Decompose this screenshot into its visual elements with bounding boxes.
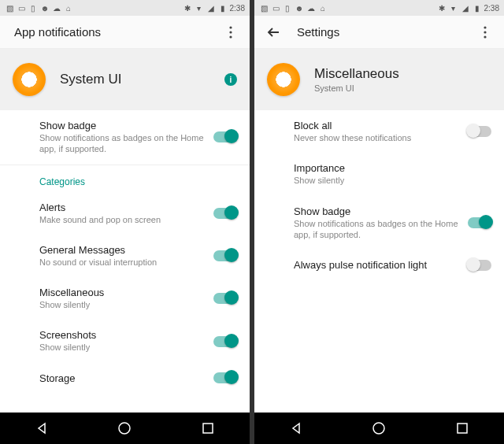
info-icon[interactable]: i (224, 73, 237, 86)
row-title: Miscellaneous (39, 287, 204, 298)
svg-point-6 (484, 31, 486, 33)
row-sub: Never show these notifications (294, 132, 458, 143)
bluetooth-icon: ✱ (183, 3, 192, 13)
picture-icon: ▧ (259, 3, 269, 13)
recents-nav-button[interactable] (199, 420, 217, 437)
row-storage[interactable]: Storage (0, 363, 250, 394)
svg-rect-9 (458, 424, 467, 433)
back-button[interactable] (265, 24, 281, 40)
section-categories: Categories (0, 165, 250, 192)
android-icon: ☻ (295, 3, 304, 13)
signal-icon: ◢ (461, 3, 470, 13)
android-icon: ☻ (40, 3, 50, 13)
svg-point-3 (119, 423, 130, 434)
rect-icon: ▭ (17, 3, 26, 13)
row-title: Block all (294, 120, 458, 131)
header-title: Miscellaneous (314, 66, 491, 82)
status-bar: ▧ ▭ ▯ ☻ ☁ ⌂ ✱ ▾ ◢ ▮ 2:38 (254, 0, 504, 16)
briefcase-icon: ⌂ (318, 3, 328, 13)
header-title: System UI (60, 72, 210, 87)
channel-header: Miscellaneous System UI (254, 49, 504, 110)
row-title: Show badge (39, 120, 204, 131)
more-button[interactable] (223, 24, 239, 40)
content-area: Show badge Show notifications as badges … (0, 110, 250, 413)
svg-point-2 (229, 35, 232, 38)
status-right-icons: ✱ ▾ ◢ ▮ 2:38 (183, 3, 245, 13)
tablet-icon: ▯ (28, 3, 38, 13)
more-button[interactable] (477, 24, 493, 40)
row-title: Show badge (294, 205, 458, 217)
row-show-badge[interactable]: Show badge Show notifications as badges … (254, 196, 504, 250)
row-general-messages[interactable]: General Messages No sound or visual inte… (0, 235, 250, 277)
wifi-icon: ▾ (195, 3, 204, 13)
app-bar: Settings (254, 16, 504, 49)
home-nav-button[interactable] (370, 420, 387, 437)
phone-left: ▧ ▭ ▯ ☻ ☁ ⌂ ✱ ▾ ◢ ▮ 2:38 App notificatio… (0, 0, 250, 444)
row-sub: Show silently (39, 342, 204, 353)
status-right-icons: ✱ ▾ ◢ ▮ 2:38 (437, 3, 499, 13)
toggle-storage[interactable] (213, 372, 237, 383)
toggle-show-badge[interactable] (468, 217, 491, 228)
row-title: General Messages (39, 244, 204, 256)
toggle-screenshots[interactable] (213, 336, 237, 347)
recents-nav-button[interactable] (454, 420, 471, 437)
android-o-icon (267, 63, 300, 96)
toggle-misc[interactable] (213, 293, 237, 304)
row-sub: Show silently (39, 299, 204, 310)
row-sub: Make sound and pop on screen (39, 214, 204, 225)
row-title: Alerts (39, 202, 204, 213)
svg-point-5 (484, 26, 486, 28)
row-sub: Show silently (294, 175, 482, 186)
toggle-pulse-light[interactable] (468, 260, 491, 271)
row-block-all[interactable]: Block all Never show these notifications (254, 110, 504, 153)
row-sub: No sound or visual interruption (39, 257, 204, 268)
rect-icon: ▭ (271, 3, 280, 13)
battery-icon: ▮ (472, 3, 482, 13)
status-left-icons: ▧ ▭ ▯ ☻ ☁ ⌂ (259, 3, 328, 13)
status-time: 2:38 (230, 4, 245, 13)
row-alerts[interactable]: Alerts Make sound and pop on screen (0, 192, 250, 235)
row-sub: Show notifications as badges on the Home… (294, 218, 458, 241)
content-area: Block all Never show these notifications… (254, 110, 504, 413)
svg-point-7 (484, 35, 486, 38)
picture-icon: ▧ (5, 3, 14, 13)
header-sub: System UI (314, 83, 491, 93)
row-pulse-light[interactable]: Always pulse notification light (254, 250, 504, 280)
row-title: Storage (39, 372, 204, 384)
app-bar: App notifications (0, 16, 250, 49)
cloud-icon: ☁ (306, 3, 316, 13)
svg-point-8 (373, 423, 384, 434)
app-header: System UI i (0, 49, 250, 110)
back-nav-button[interactable] (287, 420, 305, 437)
toggle-show-badge[interactable] (213, 131, 237, 142)
cloud-icon: ☁ (52, 3, 61, 13)
status-bar: ▧ ▭ ▯ ☻ ☁ ⌂ ✱ ▾ ◢ ▮ 2:38 (0, 0, 250, 16)
tablet-icon: ▯ (283, 3, 292, 13)
home-nav-button[interactable] (116, 420, 133, 437)
row-miscellaneous[interactable]: Miscellaneous Show silently (0, 277, 250, 320)
row-show-badge[interactable]: Show badge Show notifications as badges … (0, 110, 250, 165)
toggle-alerts[interactable] (213, 208, 237, 219)
svg-point-1 (229, 31, 232, 33)
nav-bar (254, 413, 504, 444)
briefcase-icon: ⌂ (64, 3, 73, 13)
android-o-icon (13, 63, 46, 96)
nav-bar (0, 413, 250, 444)
svg-point-0 (229, 26, 232, 28)
battery-icon: ▮ (218, 3, 228, 13)
toggle-block-all[interactable] (468, 126, 491, 137)
row-title: Importance (294, 162, 482, 174)
toggle-general[interactable] (213, 250, 237, 261)
phone-right: ▧ ▭ ▯ ☻ ☁ ⌂ ✱ ▾ ◢ ▮ 2:38 Settings Miscel… (254, 0, 504, 444)
row-screenshots[interactable]: Screenshots Show silently (0, 320, 250, 362)
back-nav-button[interactable] (33, 420, 50, 437)
svg-rect-4 (203, 424, 213, 433)
status-time: 2:38 (484, 4, 499, 13)
row-title: Always pulse notification light (294, 259, 458, 271)
row-importance[interactable]: Importance Show silently (254, 153, 504, 195)
bluetooth-icon: ✱ (437, 3, 447, 13)
wifi-icon: ▾ (449, 3, 458, 13)
signal-icon: ◢ (206, 3, 216, 13)
page-title: App notifications (14, 25, 223, 39)
row-sub: Show notifications as badges on the Home… (39, 132, 204, 155)
